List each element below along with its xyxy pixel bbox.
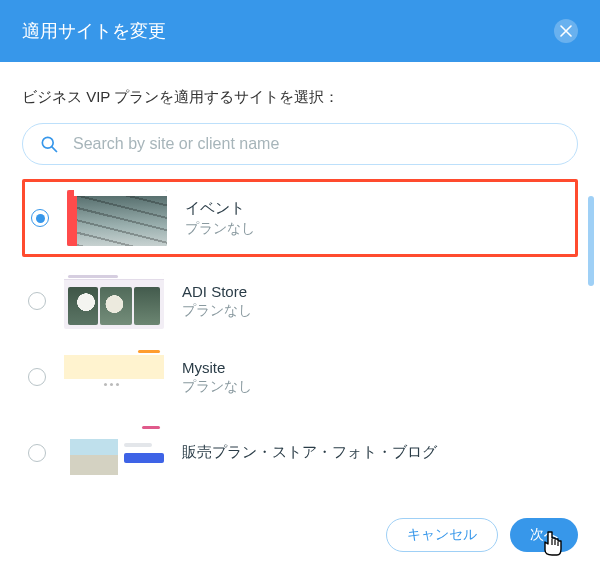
modal-header: 適用サイトを変更 xyxy=(0,0,600,62)
site-title: 販売プラン・ストア・フォト・ブログ xyxy=(182,443,437,462)
site-row[interactable]: 販売プラン・ストア・フォト・ブログ xyxy=(22,415,578,491)
site-row[interactable]: Mysite プランなし xyxy=(22,339,578,415)
site-radio[interactable] xyxy=(28,444,46,462)
svg-line-1 xyxy=(52,147,57,152)
modal-title: 適用サイトを変更 xyxy=(22,19,166,43)
site-meta: Mysite プランなし xyxy=(182,359,252,396)
close-icon xyxy=(560,25,572,37)
site-thumbnail xyxy=(64,425,164,481)
site-radio[interactable] xyxy=(31,209,49,227)
site-title: イベント xyxy=(185,199,255,218)
search-icon xyxy=(39,134,59,154)
modal-body: ビジネス VIP プランを適用するサイトを選択： イベント プランなし xyxy=(0,62,600,491)
modal-footer: キャンセル 次へ xyxy=(386,518,578,552)
cancel-button[interactable]: キャンセル xyxy=(386,518,498,552)
site-row[interactable]: イベント プランなし xyxy=(29,188,567,248)
search-field[interactable] xyxy=(22,123,578,165)
site-meta: ADI Store プランなし xyxy=(182,283,252,320)
site-thumbnail xyxy=(64,349,164,405)
site-plan: プランなし xyxy=(182,302,252,320)
instruction-text: ビジネス VIP プランを適用するサイトを選択： xyxy=(22,88,578,107)
next-button[interactable]: 次へ xyxy=(510,518,578,552)
site-plan: プランなし xyxy=(182,378,252,396)
site-row[interactable]: ADI Store プランなし xyxy=(22,263,578,339)
close-button[interactable] xyxy=(554,19,578,43)
scrollbar-thumb[interactable] xyxy=(588,196,594,286)
site-radio[interactable] xyxy=(28,292,46,310)
highlighted-selection: イベント プランなし xyxy=(22,179,578,257)
site-meta: イベント プランなし xyxy=(185,199,255,238)
search-input[interactable] xyxy=(71,134,561,154)
site-title: ADI Store xyxy=(182,283,252,300)
site-radio[interactable] xyxy=(28,368,46,386)
site-title: Mysite xyxy=(182,359,252,376)
site-thumbnail xyxy=(67,190,167,246)
site-meta: 販売プラン・ストア・フォト・ブログ xyxy=(182,443,437,464)
site-list: イベント プランなし ADI Store プランなし Mysite xyxy=(22,179,578,491)
site-plan: プランなし xyxy=(185,220,255,238)
site-thumbnail xyxy=(64,273,164,329)
